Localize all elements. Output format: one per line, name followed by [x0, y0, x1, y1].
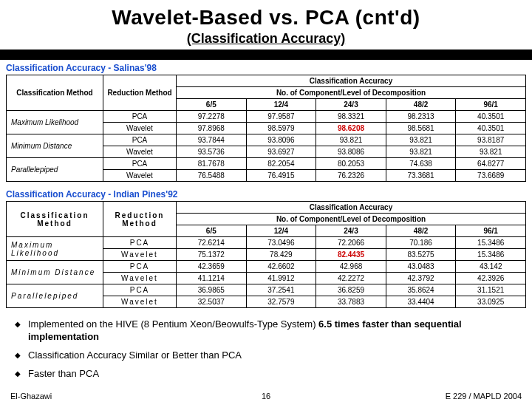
value-cell: 42.2272 — [316, 273, 386, 284]
table2-caption: Classification Accuracy - Indian Pines'9… — [0, 186, 532, 201]
value-cell: 41.1214 — [177, 273, 247, 284]
table-row: Minimum DistancePCA93.784493.809693.8219… — [7, 134, 526, 146]
reduction-cell: Wavelet — [103, 146, 177, 158]
value-cell: 98.2313 — [386, 111, 456, 123]
slide-subtitle: (Classification Accuracy) — [0, 31, 532, 47]
table-row: Minimum DistancePCA42.365942.660242.9684… — [7, 261, 526, 273]
col-head: 24/3 — [316, 99, 386, 111]
slide-title: Wavelet-Based vs. PCA (cnt'd) — [0, 0, 532, 30]
t1-head-class: Classification Method — [7, 75, 103, 111]
table1: Classification Method Reduction Method C… — [6, 75, 526, 182]
reduction-cell: Wavelet — [103, 296, 177, 308]
value-cell: 97.8968 — [177, 123, 247, 134]
value-cell: 80.2053 — [316, 158, 386, 170]
col-head: 48/2 — [386, 225, 456, 237]
reduction-cell: PCA — [103, 284, 177, 296]
value-cell: 72.6214 — [177, 237, 247, 249]
value-cell: 43.142 — [456, 261, 526, 273]
value-cell: 64.8277 — [456, 158, 526, 170]
value-cell: 32.7579 — [246, 296, 316, 308]
value-cell: 40.3501 — [456, 123, 526, 134]
t1-head-group: Classification Accuracy — [177, 75, 526, 87]
table-row: ParallelepipedPCA81.767882.205480.205374… — [7, 158, 526, 170]
col-head: 12/4 — [246, 99, 316, 111]
value-cell: 42.968 — [316, 261, 386, 273]
t2-head-group: Classification Accuracy — [177, 202, 526, 214]
value-cell: 73.0496 — [246, 237, 316, 249]
value-cell: 35.8624 — [386, 284, 456, 296]
value-cell: 43.0483 — [386, 261, 456, 273]
value-cell: 78.429 — [246, 249, 316, 261]
table-row: ParallelepipedPCA36.986537.254136.825935… — [7, 284, 526, 296]
col-head: 24/3 — [316, 225, 386, 237]
footer-right: E 229 / MAPLD 2004 — [446, 392, 522, 399]
table-row: Maximum LikelihoodPCA97.227897.958798.33… — [7, 111, 526, 123]
value-cell: 93.8187 — [456, 134, 526, 146]
class-cell: Parallelepiped — [7, 158, 103, 182]
value-cell: 42.6602 — [246, 261, 316, 273]
value-cell: 31.1521 — [456, 284, 526, 296]
table1-caption: Classification Accuracy - Salinas'98 — [0, 60, 532, 75]
value-cell: 42.3659 — [177, 261, 247, 273]
value-cell: 82.4435 — [316, 249, 386, 261]
value-cell: 98.3321 — [316, 111, 386, 123]
value-cell: 76.5488 — [177, 170, 247, 182]
bullet-item: Classification Accuracy Similar or Bette… — [15, 349, 532, 362]
value-cell: 33.0925 — [456, 296, 526, 308]
value-cell: 93.821 — [316, 134, 386, 146]
table2: Classification Method Reduction Method C… — [6, 201, 526, 308]
value-cell: 83.5275 — [386, 249, 456, 261]
value-cell: 33.4404 — [386, 296, 456, 308]
class-cell: Minimum Distance — [7, 261, 103, 284]
value-cell: 32.5037 — [177, 296, 247, 308]
col-head: 96/1 — [456, 225, 526, 237]
value-cell: 73.6689 — [456, 170, 526, 182]
value-cell: 98.5979 — [246, 123, 316, 134]
value-cell: 93.8086 — [316, 146, 386, 158]
t1-head-red: Reduction Method — [103, 75, 177, 111]
reduction-cell: PCA — [103, 134, 177, 146]
value-cell: 93.7844 — [177, 134, 247, 146]
class-cell: Minimum Distance — [7, 134, 103, 158]
value-cell: 93.8096 — [246, 134, 316, 146]
value-cell: 76.2326 — [316, 170, 386, 182]
value-cell: 93.5736 — [177, 146, 247, 158]
value-cell: 76.4915 — [246, 170, 316, 182]
reduction-cell: PCA — [103, 237, 177, 249]
t2-head-class: Classification Method — [7, 202, 103, 237]
class-cell: Parallelepiped — [7, 284, 103, 308]
col-head: 96/1 — [456, 99, 526, 111]
reduction-cell: PCA — [103, 111, 177, 123]
col-head: 6/5 — [177, 99, 247, 111]
bullet-item: Implemented on the HIVE (8 Pentium Xeon/… — [15, 318, 532, 344]
bullet-list: Implemented on the HIVE (8 Pentium Xeon/… — [15, 318, 532, 381]
divider-bar — [0, 50, 532, 60]
value-cell: 74.638 — [386, 158, 456, 170]
value-cell: 97.9587 — [246, 111, 316, 123]
value-cell: 37.2541 — [246, 284, 316, 296]
value-cell: 93.821 — [456, 146, 526, 158]
value-cell: 42.3926 — [456, 273, 526, 284]
reduction-cell: Wavelet — [103, 249, 177, 261]
table-row: Maximum LikelihoodPCA72.621473.049672.20… — [7, 237, 526, 249]
reduction-cell: PCA — [103, 261, 177, 273]
col-head: 12/4 — [246, 225, 316, 237]
value-cell: 93.821 — [386, 146, 456, 158]
value-cell: 81.7678 — [177, 158, 247, 170]
class-cell: Maximum Likelihood — [7, 237, 103, 261]
reduction-cell: PCA — [103, 158, 177, 170]
reduction-cell: Wavelet — [103, 273, 177, 284]
value-cell: 72.2066 — [316, 237, 386, 249]
col-head: 6/5 — [177, 225, 247, 237]
value-cell: 70.186 — [386, 237, 456, 249]
value-cell: 15.3486 — [456, 237, 526, 249]
col-head: 48/2 — [386, 99, 456, 111]
value-cell: 97.2278 — [177, 111, 247, 123]
value-cell: 36.8259 — [316, 284, 386, 296]
slide-container: Wavelet-Based vs. PCA (cnt'd) (Classific… — [0, 0, 532, 399]
reduction-cell: Wavelet — [103, 123, 177, 134]
value-cell: 33.7883 — [316, 296, 386, 308]
value-cell: 36.9865 — [177, 284, 247, 296]
value-cell: 98.5681 — [386, 123, 456, 134]
bullet-item: Faster than PCA — [15, 368, 532, 381]
